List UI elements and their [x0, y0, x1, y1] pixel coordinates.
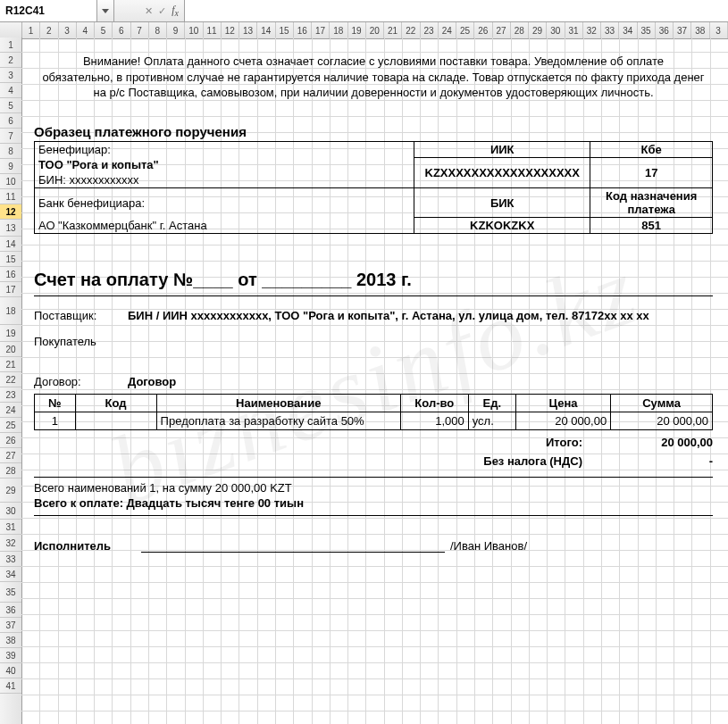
column-header[interactable]: 25	[456, 22, 474, 38]
column-header[interactable]: 12	[222, 22, 239, 38]
column-header[interactable]: 18	[330, 22, 347, 38]
row-header[interactable]: 26	[0, 433, 21, 448]
contract-label: Договор:	[34, 375, 119, 388]
signature-line	[141, 537, 445, 553]
column-header[interactable]: 34	[619, 22, 637, 38]
column-header[interactable]: 3	[59, 22, 77, 38]
column-header[interactable]: 37	[674, 22, 691, 38]
row-header[interactable]: 38	[0, 633, 21, 648]
column-header[interactable]: 13	[239, 22, 257, 38]
column-header[interactable]: 20	[366, 22, 384, 38]
buyer-row: Покупатель	[34, 335, 713, 348]
column-header[interactable]: 26	[474, 22, 492, 38]
vat-row: Без налога (НДС) -	[34, 454, 713, 468]
row-header[interactable]: 21	[0, 357, 21, 372]
row-header[interactable]: 13	[0, 220, 21, 237]
column-header[interactable]: 29	[529, 22, 547, 38]
select-all-corner[interactable]	[0, 22, 22, 38]
column-header[interactable]: 5	[95, 22, 113, 38]
row-header[interactable]: 40	[0, 663, 21, 678]
name-box[interactable]: R12C41	[0, 0, 97, 21]
buyer-label: Покупатель	[34, 335, 119, 348]
column-header[interactable]: 15	[276, 22, 294, 38]
row-header[interactable]: 6	[0, 113, 21, 129]
column-header[interactable]: 36	[656, 22, 674, 38]
row-header[interactable]: 20	[0, 342, 21, 357]
column-header[interactable]: 1	[22, 22, 40, 38]
row-header[interactable]: 36	[0, 603, 21, 618]
column-header[interactable]: 3	[710, 22, 728, 38]
column-header[interactable]: 6	[113, 22, 130, 38]
row-header[interactable]: 17	[0, 282, 21, 297]
row-header[interactable]: 11	[0, 189, 21, 204]
row-header[interactable]: 9	[0, 159, 21, 174]
column-header[interactable]: 23	[421, 22, 439, 38]
column-header[interactable]: 9	[167, 22, 185, 38]
row-header[interactable]: 22	[0, 372, 21, 387]
row-header[interactable]: 35	[0, 582, 21, 603]
row-header[interactable]: 37	[0, 618, 21, 633]
column-header[interactable]: 33	[601, 22, 619, 38]
row-header[interactable]: 32	[0, 535, 21, 552]
vat-label: Без налога (НДС)	[34, 454, 597, 468]
column-header[interactable]: 28	[511, 22, 529, 38]
row-header[interactable]: 27	[0, 448, 21, 463]
column-header[interactable]: 22	[402, 22, 420, 38]
column-header[interactable]: 24	[439, 22, 456, 38]
row-header[interactable]: 10	[0, 174, 21, 189]
column-header[interactable]: 21	[384, 22, 402, 38]
row-header[interactable]: 39	[0, 648, 21, 663]
row-header[interactable]: 8	[0, 144, 21, 159]
row-header[interactable]: 31	[0, 520, 21, 535]
row-header[interactable]: 5	[0, 98, 21, 113]
column-header[interactable]: 11	[204, 22, 222, 38]
row-header[interactable]: 14	[0, 237, 21, 252]
row-header[interactable]: 16	[0, 267, 21, 282]
formula-input[interactable]	[185, 0, 728, 21]
column-header[interactable]: 16	[294, 22, 312, 38]
column-header[interactable]: 19	[348, 22, 366, 38]
beneficiary-label: Бенефициар:	[35, 141, 414, 157]
row-header[interactable]: 3	[0, 68, 21, 83]
row-header[interactable]: 30	[0, 503, 21, 520]
worksheet[interactable]: biznesinfo.kz Внимание! Оплата данного с…	[21, 37, 728, 724]
name-box-dropdown[interactable]	[97, 0, 114, 21]
column-header[interactable]: 4	[77, 22, 95, 38]
column-header[interactable]: 2	[40, 22, 58, 38]
fx-icon[interactable]: fx	[172, 4, 179, 18]
row-header[interactable]: 18	[0, 297, 21, 325]
row-header[interactable]: 24	[0, 403, 21, 418]
beneficiary-table: Бенефициар: ИИК Кбе ТОО "Рога и копыта" …	[34, 141, 713, 235]
cancel-icon[interactable]: ✕	[145, 5, 153, 17]
column-header[interactable]: 7	[131, 22, 149, 38]
row-header[interactable]: 25	[0, 418, 21, 433]
column-header[interactable]: 27	[493, 22, 511, 38]
fx-segment: ✕ ✓ fx	[114, 0, 185, 21]
column-header[interactable]: 10	[185, 22, 203, 38]
row-header[interactable]: 23	[0, 387, 21, 403]
row-header[interactable]: 12	[0, 204, 21, 220]
column-header[interactable]: 8	[149, 22, 167, 38]
column-header[interactable]: 30	[547, 22, 565, 38]
row-headers[interactable]: 1234567891011121314151617181920212223242…	[0, 37, 22, 724]
column-header[interactable]: 35	[638, 22, 656, 38]
row-header[interactable]: 15	[0, 252, 21, 267]
total-row: Итого: 20 000,00	[34, 436, 713, 449]
row-header[interactable]: 19	[0, 325, 21, 342]
row-header[interactable]: 7	[0, 129, 21, 144]
column-header[interactable]: 17	[312, 22, 330, 38]
row-header[interactable]: 2	[0, 53, 21, 68]
column-header[interactable]: 38	[691, 22, 709, 38]
col-qty: Кол-во	[400, 395, 468, 412]
row-header[interactable]: 41	[0, 678, 21, 694]
column-header[interactable]: 32	[583, 22, 601, 38]
row-header[interactable]: 34	[0, 567, 21, 582]
row-header[interactable]: 1	[0, 37, 21, 53]
row-header[interactable]: 28	[0, 463, 21, 479]
row-header[interactable]: 4	[0, 83, 21, 98]
enter-icon[interactable]: ✓	[158, 5, 166, 17]
row-header[interactable]: 33	[0, 552, 21, 567]
column-header[interactable]: 14	[257, 22, 275, 38]
column-header[interactable]: 31	[565, 22, 583, 38]
row-header[interactable]: 29	[0, 479, 21, 503]
